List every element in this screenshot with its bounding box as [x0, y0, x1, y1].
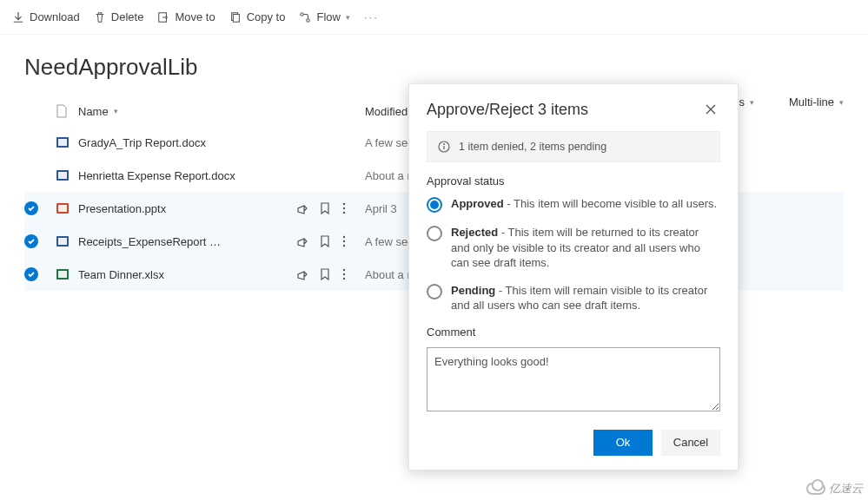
radio-pending[interactable]: Pending - This item will remain visible …: [427, 283, 720, 313]
svg-rect-2: [233, 14, 239, 22]
column-multiline[interactable]: Multi-line▾: [789, 95, 844, 109]
file-icon: [56, 104, 68, 118]
more-button[interactable]: ···: [364, 10, 379, 23]
file-type-icon: [56, 267, 78, 281]
file-name[interactable]: Presentation.pptx: [78, 202, 295, 215]
more-icon[interactable]: [342, 202, 346, 214]
svg-point-31: [443, 143, 445, 145]
watermark: 亿速云: [806, 481, 863, 497]
download-label: Download: [30, 10, 80, 23]
download-button[interactable]: Download: [12, 10, 80, 23]
moveto-button[interactable]: Move to: [157, 10, 215, 23]
copyto-label: Copy to: [247, 10, 286, 23]
copyto-icon: [229, 11, 242, 23]
share-icon[interactable]: [295, 235, 308, 247]
share-icon[interactable]: [295, 268, 308, 280]
svg-point-17: [343, 203, 345, 205]
cloud-icon: [806, 483, 825, 495]
svg-point-28: [343, 273, 345, 275]
svg-rect-32: [443, 146, 444, 149]
approve-reject-dialog: Approve/Reject 3 items 1 item denied, 2 …: [408, 83, 739, 470]
copyto-button[interactable]: Copy to: [229, 10, 286, 23]
svg-point-23: [343, 240, 345, 242]
comment-label: Comment: [427, 326, 720, 339]
close-icon: [706, 104, 716, 115]
file-name[interactable]: GradyA_Trip Report.docx: [78, 136, 295, 149]
download-icon: [12, 11, 24, 23]
trash-icon: [94, 11, 106, 23]
svg-point-3: [301, 12, 304, 16]
chevron-down-icon: ▾: [346, 13, 350, 22]
radio-input-rejected[interactable]: [427, 226, 442, 241]
svg-point-18: [343, 207, 345, 209]
comment-input[interactable]: [427, 347, 720, 411]
svg-rect-21: [58, 238, 67, 245]
delete-label: Delete: [111, 10, 144, 23]
svg-point-27: [343, 269, 345, 271]
column-status[interactable]: s▾: [739, 95, 754, 109]
file-type-icon: [56, 201, 78, 215]
svg-rect-11: [58, 172, 67, 179]
more-icon[interactable]: [342, 235, 346, 247]
svg-point-4: [307, 18, 310, 22]
svg-point-19: [343, 212, 345, 214]
file-type-icon: [56, 168, 78, 182]
radio-rejected[interactable]: Rejected - This item will be returned to…: [427, 225, 720, 271]
radio-input-approved[interactable]: [427, 197, 442, 213]
file-type-icon: [56, 135, 78, 149]
row-actions: [295, 202, 365, 214]
extra-columns: s▾ Multi-line▾: [739, 95, 844, 109]
approval-status-label: Approval status: [427, 174, 720, 188]
file-type-icon: [56, 234, 78, 248]
radio-approved[interactable]: Approved - This item will become visible…: [427, 196, 720, 213]
banner-text: 1 item denied, 2 items pending: [459, 141, 606, 153]
bookmark-icon[interactable]: [320, 202, 330, 214]
delete-button[interactable]: Delete: [94, 10, 144, 23]
flow-icon: [299, 11, 311, 23]
command-bar: Download Delete Move to Copy to Flow ▾ ·…: [0, 0, 868, 35]
info-icon: [438, 141, 450, 153]
svg-rect-26: [58, 271, 67, 278]
file-name[interactable]: Team Dinner.xlsx: [78, 268, 295, 281]
column-name[interactable]: Name▾: [78, 105, 295, 118]
moveto-label: Move to: [175, 10, 215, 23]
row-actions: [295, 235, 365, 247]
bookmark-icon[interactable]: [320, 235, 330, 247]
flow-label: Flow: [316, 10, 340, 23]
ok-button[interactable]: Ok: [593, 430, 653, 456]
close-button[interactable]: [701, 100, 720, 119]
status-banner: 1 item denied, 2 items pending: [427, 131, 720, 162]
svg-point-22: [343, 236, 345, 238]
file-name[interactable]: Receipts_ExpenseReport …: [78, 235, 295, 248]
file-name[interactable]: Henrietta Expense Report.docx: [78, 169, 295, 182]
svg-rect-6: [58, 139, 67, 146]
share-icon[interactable]: [295, 202, 308, 214]
svg-point-24: [343, 245, 345, 247]
svg-rect-16: [58, 205, 67, 212]
moveto-icon: [157, 11, 169, 23]
dialog-title: Approve/Reject 3 items: [427, 101, 588, 119]
cancel-button[interactable]: Cancel: [661, 430, 720, 456]
more-icon[interactable]: [342, 268, 346, 280]
chevron-down-icon: ▾: [114, 107, 118, 115]
bookmark-icon[interactable]: [320, 268, 330, 280]
radio-input-pending[interactable]: [427, 284, 442, 299]
row-actions: [295, 268, 365, 280]
flow-button[interactable]: Flow ▾: [299, 10, 349, 23]
svg-point-29: [343, 278, 345, 280]
